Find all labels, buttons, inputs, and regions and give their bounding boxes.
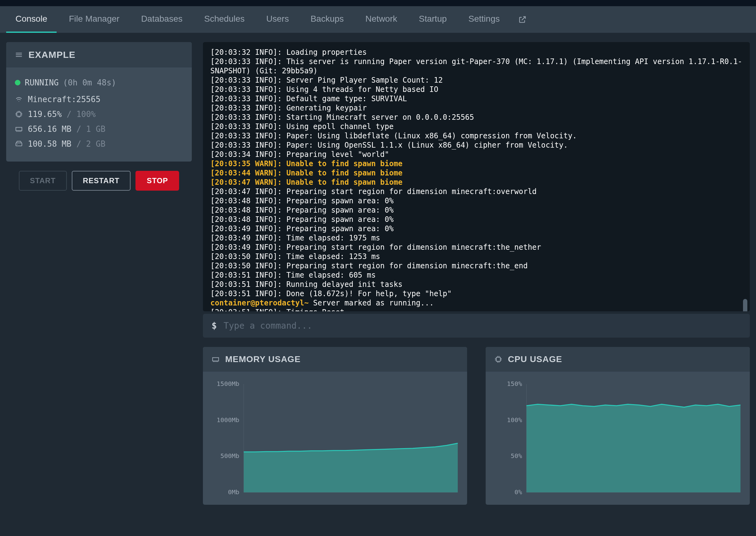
command-input-row[interactable]: $ [203,314,750,338]
scrollbar-thumb[interactable] [743,299,747,311]
chip-icon [15,110,23,118]
cpu-row: 119.65% / 100% [15,110,183,119]
console-line: [20:03:48 INFO]: Preparing spawn area: 0… [210,196,742,206]
tab-backups[interactable]: Backups [301,6,353,33]
console-line: [20:03:47 WARN]: Unable to find spawn bi… [210,178,742,187]
disk-limit: / 2 GB [77,139,106,149]
console-output: [20:03:32 INFO]: Loading properties[20:0… [203,42,750,311]
console-line: [20:03:35 WARN]: Unable to find spawn bi… [210,159,742,168]
tab-settings[interactable]: Settings [459,6,509,33]
disk-row: 100.58 MB / 2 GB [15,139,183,149]
cpu-chart-card: CPU USAGE 0%50%100%150% [486,347,750,505]
layers-icon [15,51,23,59]
svg-rect-13 [16,127,22,131]
memory-icon [211,355,220,363]
wifi-icon [15,95,23,103]
memory-icon [15,125,23,133]
svg-text:500Mb: 500Mb [220,452,239,459]
cpu-chart: 0%50%100%150% [492,381,743,495]
svg-rect-18 [16,143,22,146]
memory-chart: 0Mb500Mb1000Mb1500Mb [209,381,461,495]
svg-text:50%: 50% [511,452,522,459]
server-name: EXAMPLE [28,50,76,60]
svg-rect-20 [212,358,219,361]
tab-users[interactable]: Users [257,6,298,33]
console-line: [20:03:49 INFO]: Preparing spawn area: 0… [210,224,742,233]
svg-text:100%: 100% [507,416,522,424]
console-line: [20:03:32 INFO]: Loading properties [210,48,742,57]
memory-chart-card: MEMORY USAGE 0Mb500Mb1000Mb1500Mb [203,347,467,505]
console-line: [20:03:33 INFO]: Default game type: SURV… [210,94,742,103]
console-line: [20:03:33 INFO]: This server is running … [210,57,742,76]
restart-button[interactable]: RESTART [72,171,131,191]
svg-text:1000Mb: 1000Mb [216,416,239,424]
top-strip [0,0,756,6]
console-line: [20:03:33 INFO]: Paper: Using libdeflate… [210,131,742,141]
console-line: [20:03:51 INFO]: Done (18.672s)! For hel… [210,289,742,298]
stop-button[interactable]: STOP [136,171,179,191]
console-line: [20:03:33 INFO]: Paper: Using OpenSSL 1.… [210,141,742,150]
console-line: container@pterodactyl~ Server marked as … [210,298,742,308]
svg-text:150%: 150% [507,381,522,387]
console-line: [20:03:33 INFO]: Server Ping Player Samp… [210,76,742,85]
console-line: [20:03:51 INFO]: Timings Reset [210,308,742,311]
uptime: (0h 0m 48s) [63,78,116,87]
tab-schedules[interactable]: Schedules [195,6,254,33]
start-button[interactable]: START [19,171,67,191]
status-row: RUNNING (0h 0m 48s) [15,78,183,87]
external-link-icon[interactable] [512,15,533,24]
status-label: RUNNING [25,78,59,87]
svg-point-19 [17,144,17,145]
console-line: [20:03:49 INFO]: Time elapsed: 1975 ms [210,233,742,243]
navbar: ConsoleFile ManagerDatabasesSchedulesUse… [0,6,756,33]
svg-text:0Mb: 0Mb [228,488,239,495]
tab-file-manager[interactable]: File Manager [60,6,129,33]
memory-row: 656.16 MB / 1 GB [15,124,183,134]
memory-limit: / 1 GB [77,124,106,134]
memory-chart-title: MEMORY USAGE [225,354,301,364]
svg-rect-31 [496,357,500,361]
console-line: [20:03:51 INFO]: Running delayed init ta… [210,280,742,289]
console-line: [20:03:51 INFO]: Time elapsed: 605 ms [210,271,742,280]
console-line: [20:03:44 WARN]: Unable to find spawn bi… [210,168,742,178]
tab-console[interactable]: Console [6,6,57,33]
console-line: [20:03:50 INFO]: Time elapsed: 1253 ms [210,252,742,261]
disk-value: 100.58 MB [28,139,72,149]
console-line: [20:03:33 INFO]: Generating keypair [210,103,742,113]
console-line: [20:03:48 INFO]: Preparing spawn area: 0… [210,206,742,215]
hdd-icon [15,140,23,148]
chip-icon [494,355,502,363]
cpu-chart-title: CPU USAGE [508,354,562,364]
address-row: Minecraft:25565 [15,95,183,104]
console-line: [20:03:34 INFO]: Preparing level "world" [210,150,742,159]
address-value: Minecraft:25565 [28,95,101,104]
svg-text:1500Mb: 1500Mb [216,381,239,387]
svg-text:0%: 0% [515,488,522,495]
svg-point-3 [18,101,19,102]
console-line: [20:03:33 INFO]: Using 4 threads for Net… [210,85,742,94]
tab-databases[interactable]: Databases [132,6,192,33]
console-line: [20:03:48 INFO]: Preparing spawn area: 0… [210,215,742,224]
cpu-value: 119.65% [28,110,62,119]
console-line: [20:03:50 INFO]: Preparing start region … [210,261,742,271]
command-input[interactable] [224,320,741,331]
tab-startup[interactable]: Startup [410,6,456,33]
console-line: [20:03:47 INFO]: Preparing start region … [210,187,742,196]
status-dot-icon [15,80,20,85]
console-line: [20:03:49 INFO]: Preparing start region … [210,243,742,252]
prompt-symbol: $ [211,320,217,331]
cpu-limit: / 100% [67,110,96,119]
server-card-header: EXAMPLE [6,42,192,67]
console-line: [20:03:33 INFO]: Using epoll channel typ… [210,122,742,131]
console-line: [20:03:33 INFO]: Starting Minecraft serv… [210,113,742,122]
memory-value: 656.16 MB [28,124,72,134]
svg-rect-4 [17,112,21,117]
tab-network[interactable]: Network [356,6,406,33]
power-buttons: START RESTART STOP [6,161,192,194]
server-card: EXAMPLE RUNNING (0h 0m 48s) Minecraft:25… [6,42,192,161]
